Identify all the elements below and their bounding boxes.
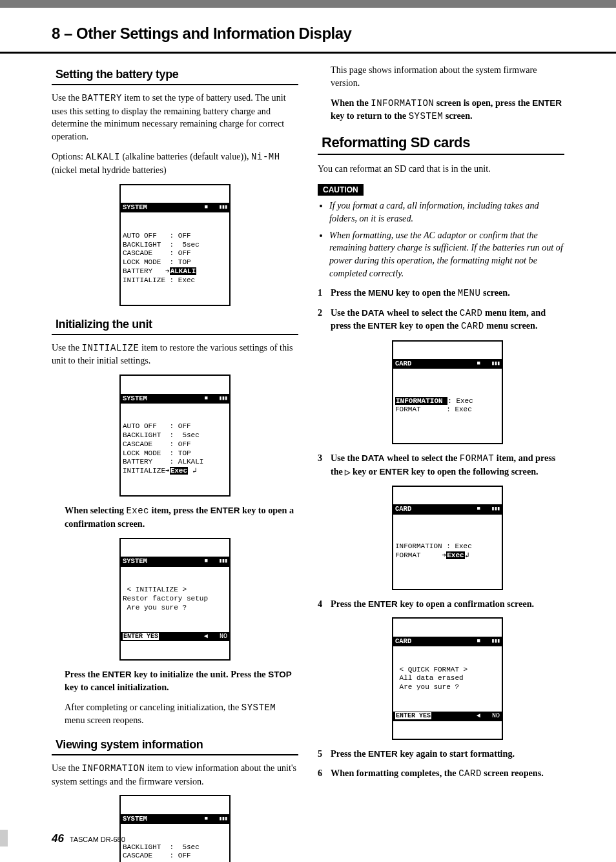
txt: screen reopens.: [482, 768, 544, 778]
txt: item, press the: [149, 505, 210, 515]
sidebar-tab: [0, 830, 8, 847]
mono: CARD: [458, 768, 482, 779]
lcd-card3: CARD▮▮▮ < QUICK FORMAT > All data erased…: [331, 617, 564, 740]
lcd-body: < QUICK FORMAT > All data erased Are you…: [393, 664, 502, 694]
enter-key: ENTER: [367, 321, 397, 331]
sec-battery-head: Setting the battery type: [52, 64, 298, 85]
lcd-title: CARD: [395, 505, 411, 513]
txt: key to return to the: [331, 110, 409, 121]
txt: (nickel metal hydride batteries): [52, 165, 167, 175]
init-p4: After completing or canceling initializa…: [65, 701, 298, 727]
txt: Press the: [331, 748, 368, 759]
lcd-yes: ENTER YES: [395, 712, 431, 719]
txt: When selecting: [65, 505, 126, 515]
txt: screen is open, press the: [434, 97, 532, 108]
caution-item: When formatting, use the AC adaptor or c…: [329, 229, 564, 281]
battery-icon: ▮▮▮: [205, 816, 227, 823]
txt: screen.: [480, 287, 509, 298]
battery-icon: ▮▮▮: [205, 395, 227, 402]
lcd-title: CARD: [395, 637, 411, 646]
lcd-body: ↲: [465, 551, 469, 559]
lcd-body: INITIALIZE : Exec: [123, 276, 195, 284]
txt: key or: [350, 466, 379, 477]
sec-reformat-head: Reformatting SD cards: [318, 130, 564, 155]
lcd-title: SYSTEM: [123, 203, 147, 212]
lcd-card2: CARD▮▮▮ INFORMATION : Exec FORMAT ➔Exec↲: [331, 486, 564, 590]
mono: INITIALIZE: [82, 343, 139, 353]
step-5: Press the ENTER key again to start forma…: [318, 748, 564, 761]
mono: Exec: [126, 506, 149, 516]
battery-icon: ▮▮▮: [477, 638, 500, 645]
step-6: When formatting completes, the CARD scre…: [318, 767, 564, 781]
txt: When formatting completes, the: [331, 768, 458, 778]
txt: Press the: [65, 669, 102, 679]
enter-key: ENTER: [532, 98, 562, 108]
txt: (alkaline batteries (default value)),: [120, 151, 251, 161]
txt: menu screen reopens.: [65, 715, 144, 725]
mono: ALKALI: [85, 152, 119, 162]
txt: key to open a confirmation screen.: [398, 599, 534, 609]
steps: Press the MENU key to open the MENU scre…: [318, 287, 564, 781]
mono: BATTERY: [82, 93, 122, 103]
battery-icon: ▮▮▮: [205, 558, 227, 565]
ref-p1: You can reformat an SD card that is in t…: [318, 163, 564, 176]
battery-icon: ▮▮▮: [477, 360, 500, 367]
mono: CARD: [461, 321, 484, 331]
stop-key: STOP: [268, 670, 292, 679]
caution-item: If you format a card, all information, i…: [329, 200, 564, 225]
mono: Ni-MH: [251, 152, 280, 162]
txt: screen.: [443, 110, 472, 121]
bat-p1: Use the BATTERY item to set the type of …: [52, 92, 298, 143]
caution-list: If you format a card, all information, i…: [318, 200, 564, 280]
txt: key to cancel initialization.: [65, 682, 169, 692]
mono: SYSTEM: [241, 703, 276, 713]
page: 8 – Other Settings and Information Displ…: [0, 0, 616, 862]
bat-p2: Options: ALKALI (alkaline batteries (def…: [52, 150, 298, 176]
mono: INFORMATION: [82, 763, 145, 774]
step-2: Use the DATA wheel to select the CARD me…: [318, 307, 564, 445]
lcd-sysinfo: SYSTEM▮▮▮ BACKLIGHT : 5sec CASCADE : OFF…: [52, 795, 298, 862]
sec-init-head: Initializing the unit: [52, 314, 298, 335]
r-p1: This page shows information about the sy…: [331, 64, 564, 90]
caution-badge: CAUTION: [318, 184, 364, 196]
lcd-selection: Exec: [170, 467, 188, 475]
init-p3: Press the ENTER key to initialize the un…: [65, 668, 298, 694]
init-p1: Use the INITIALIZE item to restore the v…: [52, 342, 298, 367]
txt: key to open the following screen.: [409, 466, 538, 477]
lcd-body: < INITIALIZE > Restor factory setup Are …: [121, 584, 229, 614]
lcd-card1: CARD▮▮▮ INFORMATION : Exec FORMAT : Exec: [331, 340, 564, 445]
lcd-no: ◄ NO: [204, 633, 227, 641]
sysinfo-p1: Use the INFORMATION item to view informa…: [52, 762, 298, 788]
lcd-title: CARD: [395, 360, 411, 368]
lcd-title: SYSTEM: [123, 815, 147, 823]
txt: Use the: [331, 307, 362, 318]
battery-icon: ▮▮▮: [205, 204, 227, 211]
sec-sysinfo-head: Viewing system information: [52, 734, 298, 755]
left-column: Setting the battery type Use the BATTERY…: [52, 64, 298, 862]
enter-key: ENTER: [368, 749, 398, 759]
enter-key: ENTER: [210, 506, 240, 515]
txt: Use the: [52, 92, 82, 103]
step-3: Use the DATA wheel to select the FORMAT …: [318, 452, 564, 590]
page-number: 46: [52, 832, 64, 845]
enter-key: ENTER: [102, 670, 132, 679]
enter-key: ENTER: [368, 599, 398, 609]
lcd-body: BACKLIGHT : 5sec CASCADE : OFF LOCK MODE…: [123, 843, 203, 862]
txt: key to initialize the unit. Press the: [132, 669, 268, 679]
txt: Use the: [331, 453, 362, 463]
txt: Press the: [331, 599, 368, 609]
txt: menu screen.: [484, 320, 538, 331]
lcd-init: SYSTEM▮▮▮ AUTO OFF : OFF BACKLIGHT : 5se…: [52, 375, 298, 497]
data-key: DATA: [362, 308, 385, 318]
content: Setting the battery type Use the BATTERY…: [0, 64, 616, 862]
battery-icon: ▮▮▮: [477, 506, 500, 513]
data-key: DATA: [362, 453, 385, 463]
enter-key: ENTER: [380, 467, 409, 477]
txt: When the: [331, 97, 371, 108]
lcd-title: SYSTEM: [123, 395, 147, 403]
txt: wheel to select the: [385, 453, 460, 463]
mono: MENU: [458, 288, 481, 298]
step-4: Press the ENTER key to open a confirmati…: [318, 598, 564, 741]
lcd-battery: SYSTEM▮▮▮ AUTO OFF : OFF BACKLIGHT : 5se…: [52, 184, 298, 306]
txt: After completing or canceling initializa…: [65, 702, 241, 712]
